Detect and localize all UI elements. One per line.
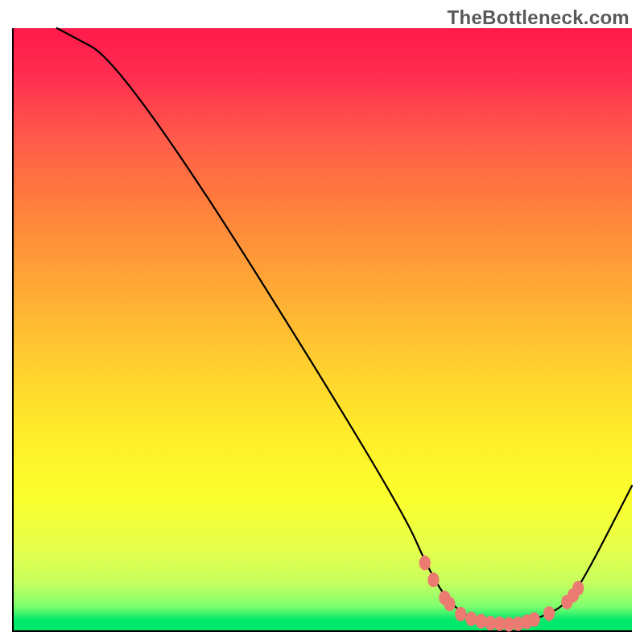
curve-marker xyxy=(427,572,439,587)
curve-marker xyxy=(455,607,466,621)
curve-marker xyxy=(465,612,477,626)
curve-marker xyxy=(444,597,455,611)
curve-marker xyxy=(528,612,539,626)
plot-area xyxy=(12,28,632,632)
watermark-text: TheBottleneck.com xyxy=(448,6,630,29)
curve-marker xyxy=(572,580,584,595)
chart-svg xyxy=(14,28,632,630)
bottleneck-chart: TheBottleneck.com xyxy=(0,0,644,644)
curve-markers xyxy=(419,555,584,632)
curve-marker xyxy=(419,555,431,570)
curve-marker xyxy=(543,606,555,621)
bottleneck-curve xyxy=(57,28,632,624)
